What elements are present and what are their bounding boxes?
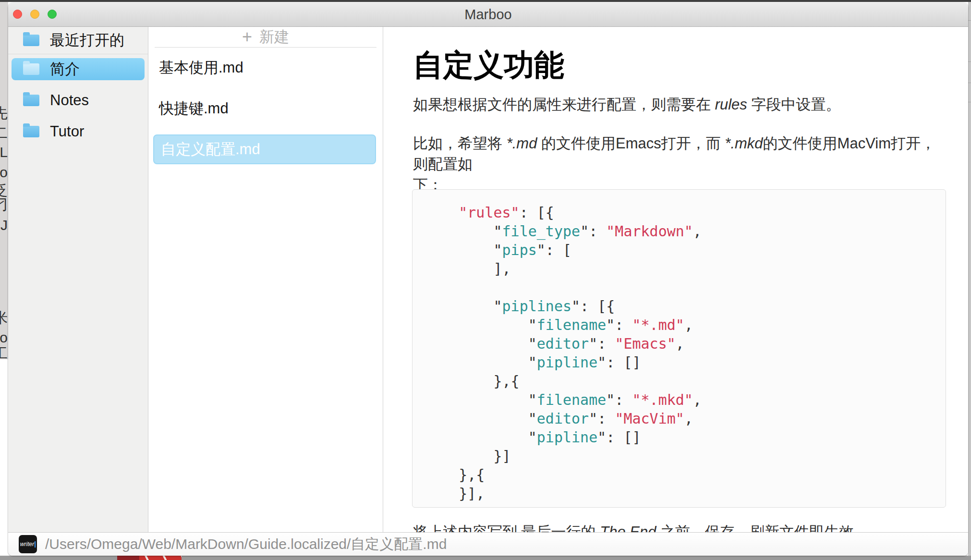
marboo-window: Marboo 最近打开的 简介 Notes Tutor: [8, 2, 968, 556]
code-block: "rules": [{ "file_type": "Markdown", "pi…: [412, 189, 946, 508]
main-area: 最近打开的 简介 Notes Tutor +: [8, 27, 968, 556]
writer-app-icon[interactable]: writer: [19, 535, 37, 553]
background-text-fragments: 先二Lo泛刁J米o工: [0, 2, 8, 560]
screen: 先二Lo泛刁J米o工 Marboo 最近打开的: [0, 0, 971, 560]
new-file-label: 新建: [259, 27, 289, 47]
file-item[interactable]: 基本使用.md: [153, 57, 376, 79]
page-title: 自定义功能: [413, 48, 564, 82]
file-name: 基本使用.md: [159, 58, 243, 78]
sidebar-item-recent[interactable]: 最近打开的: [8, 27, 148, 54]
markdown-preview[interactable]: 自定义功能 如果想根据文件的属性来进行配置，则需要在 rules 字段中设置。 …: [383, 27, 968, 556]
title-bar[interactable]: Marboo: [8, 2, 968, 27]
file-item-selected[interactable]: 自定义配置.md: [153, 134, 376, 164]
sidebar-item-notes[interactable]: Notes: [12, 89, 145, 111]
minimize-button[interactable]: [30, 10, 39, 19]
file-list: + 新建 基本使用.md 快捷键.md 自定义配置.md: [148, 27, 383, 556]
zoom-button[interactable]: [48, 10, 57, 19]
close-button[interactable]: [13, 10, 22, 19]
sidebar-item-label: Notes: [50, 92, 89, 109]
sidebar-item-tutor[interactable]: Tutor: [12, 121, 145, 143]
sidebar-item-intro[interactable]: 简介: [12, 58, 145, 80]
background-bottom-strip: [0, 556, 971, 560]
sidebar-item-label: 最近打开的: [50, 30, 124, 50]
plus-icon: +: [242, 28, 252, 46]
background-red-image: [139, 556, 182, 560]
caret-icon: [35, 541, 36, 548]
paragraph: 比如，希望将 *.md 的文件使用Emacs打开，而 *.mkd的文件使用Mac…: [413, 133, 941, 195]
file-list-divider: [155, 47, 376, 48]
folder-icon: [23, 35, 39, 46]
folder-icon: [23, 95, 39, 106]
paragraph: 如果想根据文件的属性来进行配置，则需要在 rules 字段中设置。: [413, 94, 941, 115]
file-name: 快捷键.md: [159, 98, 229, 119]
status-bar: writer /Users/Omega/Web/MarkDown/Guide.l…: [8, 532, 968, 556]
file-item[interactable]: 快捷键.md: [153, 97, 376, 120]
folder-icon: [23, 126, 39, 137]
window-title: Marboo: [8, 2, 968, 26]
folder-icon: [23, 63, 39, 75]
folder-sidebar: 最近打开的 简介 Notes Tutor: [8, 27, 148, 556]
sidebar-item-label: 简介: [50, 59, 80, 79]
file-path: /Users/Omega/Web/MarkDown/Guide.localize…: [45, 535, 447, 554]
background-top-edge: [0, 0, 971, 2]
background-window-edge-right: [968, 2, 971, 560]
background-red-image: [117, 556, 139, 560]
file-name: 自定义配置.md: [161, 139, 260, 159]
new-file-button[interactable]: + 新建: [148, 27, 383, 47]
sidebar-item-label: Tutor: [50, 123, 84, 140]
